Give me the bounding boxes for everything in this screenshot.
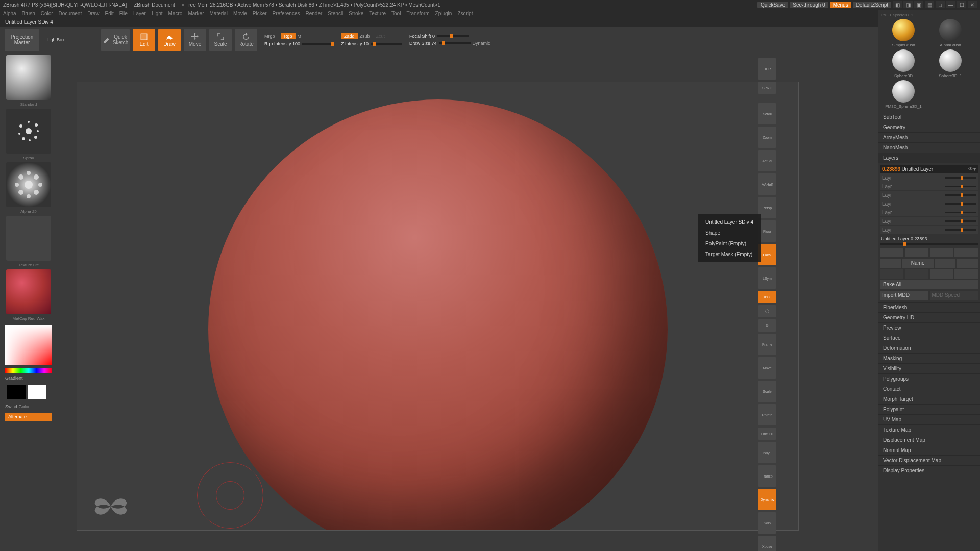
- rgb-button[interactable]: Rgb: [281, 33, 296, 39]
- acc-displacementmap[interactable]: Displacement Map: [878, 435, 980, 445]
- polyf-button[interactable]: PolyF: [758, 442, 776, 463]
- menu-item[interactable]: Brush: [22, 11, 35, 16]
- acc-normalmap[interactable]: Normal Map: [878, 445, 980, 455]
- rgb-intensity-slider[interactable]: [302, 43, 334, 45]
- acc-deformation[interactable]: Deformation: [878, 343, 980, 353]
- maximize-icon[interactable]: ☐: [957, 1, 966, 8]
- hue-slider[interactable]: [5, 368, 52, 373]
- layer-intensity-slider[interactable]: [945, 186, 976, 187]
- layer-row[interactable]: Layr: [880, 199, 978, 208]
- menu-item[interactable]: Alpha: [3, 11, 16, 16]
- aahalf-button[interactable]: AAHalf: [758, 173, 776, 195]
- floor-button[interactable]: Floor: [758, 220, 776, 242]
- layer-intensity-slider[interactable]: [945, 194, 976, 196]
- minimize-icon[interactable]: —: [946, 1, 955, 8]
- acc-surface[interactable]: Surface: [878, 333, 980, 343]
- scale-button[interactable]: Scale: [209, 29, 232, 51]
- actual-button[interactable]: Actual: [758, 150, 776, 171]
- persp-button[interactable]: Persp: [758, 197, 776, 218]
- layer-btn[interactable]: [930, 269, 953, 279]
- draw-size-slider[interactable]: [439, 42, 471, 44]
- lsym-button[interactable]: LSym: [758, 267, 776, 289]
- defaultscript-button[interactable]: DefaultZScript: [853, 2, 891, 8]
- acc-contact[interactable]: Contact: [878, 384, 980, 394]
- tool-sphere3d-1[interactable]: Sphere3D_1: [928, 49, 973, 78]
- menu-item[interactable]: Color: [41, 11, 53, 16]
- layer-del-button[interactable]: [957, 259, 978, 268]
- rotate-button[interactable]: Rotate: [235, 29, 257, 51]
- acc-texturemap[interactable]: Texture Map: [878, 424, 980, 435]
- xpose-button[interactable]: Xpose: [758, 536, 776, 551]
- zsub-label[interactable]: Zsub: [360, 34, 374, 39]
- acc-nanomesh[interactable]: NanoMesh: [878, 142, 980, 153]
- tool-preview[interactable]: PM3D_Sphere3D_1: [881, 13, 972, 17]
- projection-master-button[interactable]: Projection Master: [5, 29, 39, 51]
- seethrough-slider[interactable]: See-through 0: [790, 2, 828, 8]
- acc-visibility[interactable]: Visibility: [878, 363, 980, 373]
- layer-intensity-slider[interactable]: [945, 220, 976, 222]
- menu-item[interactable]: Zscript: [457, 11, 473, 16]
- focal-shift-slider[interactable]: [437, 35, 469, 37]
- acc-arraymesh[interactable]: ArrayMesh: [878, 132, 980, 142]
- layer-row[interactable]: Layr: [880, 217, 978, 225]
- window-icon[interactable]: ◨: [903, 1, 913, 8]
- menu-item[interactable]: Macro: [168, 11, 183, 16]
- quicksketch-button[interactable]: QuickSketch: [101, 29, 130, 51]
- menu-item[interactable]: Stroke: [349, 11, 363, 16]
- acc-layers[interactable]: Layers: [878, 153, 980, 163]
- import-mdd-button[interactable]: Import MDD: [880, 291, 928, 300]
- tool-alphabrush[interactable]: AlphaBrush: [928, 19, 973, 47]
- dynamic-label[interactable]: Dynamic: [473, 41, 491, 46]
- acc-uvmap[interactable]: UV Map: [878, 414, 980, 424]
- acc-masking[interactable]: Masking: [878, 353, 980, 363]
- menu-item[interactable]: Movie: [233, 11, 247, 16]
- close-icon[interactable]: ✕: [968, 1, 977, 8]
- menu-item[interactable]: Document: [59, 11, 82, 16]
- acc-geometry[interactable]: Geometry: [878, 122, 980, 132]
- scroll-button[interactable]: Scroll: [758, 103, 776, 124]
- window-icon[interactable]: ▤: [925, 1, 934, 8]
- scale-nav-button[interactable]: Scale: [758, 381, 776, 402]
- lightbox-button[interactable]: LightBox: [42, 29, 69, 51]
- circle-button[interactable]: ◯: [758, 305, 776, 317]
- mdd-speed-slider[interactable]: MDD Speed: [930, 291, 978, 300]
- acc-geometryhd[interactable]: Geometry HD: [878, 312, 980, 322]
- layer-dup-button[interactable]: [935, 259, 956, 268]
- color-picker[interactable]: [5, 325, 52, 365]
- layer-nav-prev[interactable]: [905, 248, 928, 257]
- dynamic-nav-button[interactable]: Dynamic: [758, 489, 776, 510]
- brush-thumb[interactable]: [6, 55, 51, 100]
- layer-row[interactable]: Layr: [880, 173, 978, 182]
- layer-btn[interactable]: [905, 269, 928, 279]
- rotate-nav-button[interactable]: Rotate: [758, 404, 776, 425]
- acc-polypaint[interactable]: Polypaint: [878, 404, 980, 414]
- layer-nav-first[interactable]: [880, 248, 903, 257]
- acc-preview[interactable]: Preview: [878, 322, 980, 333]
- layer-intensity-slider[interactable]: [945, 203, 976, 205]
- local-button[interactable]: Local: [758, 244, 776, 265]
- spix-button[interactable]: SPix 3: [758, 82, 776, 94]
- menu-item[interactable]: Tool: [391, 11, 401, 16]
- menu-item[interactable]: Picker: [253, 11, 267, 16]
- menu-item[interactable]: Light: [152, 11, 163, 16]
- acc-polygroups[interactable]: Polygroups: [878, 373, 980, 384]
- swatch-white[interactable]: [28, 385, 46, 399]
- frame-button[interactable]: Frame: [758, 334, 776, 355]
- menu-item[interactable]: Material: [210, 11, 228, 16]
- alpha-thumb[interactable]: [6, 162, 51, 207]
- viewport[interactable]: [77, 82, 799, 531]
- menus-button[interactable]: Menus: [830, 2, 851, 8]
- target-button[interactable]: ⊕: [758, 319, 776, 332]
- mrgb-label[interactable]: Mrgb: [264, 34, 279, 39]
- layer-row-active[interactable]: 0.23893 Untitled Layer 👁 ▾: [880, 165, 978, 173]
- alternate-button[interactable]: Alternate: [5, 413, 52, 421]
- window-icon[interactable]: ◧: [893, 1, 902, 8]
- layer-rec-button[interactable]: [880, 259, 901, 268]
- layer-row[interactable]: Layr: [880, 191, 978, 199]
- layer-nav-last[interactable]: [954, 248, 978, 257]
- menu-item[interactable]: Texture: [369, 11, 386, 16]
- linefill-button[interactable]: Line Fill: [758, 428, 776, 440]
- menu-item[interactable]: Edit: [105, 11, 114, 16]
- acc-subtool[interactable]: SubTool: [878, 112, 980, 122]
- edit-button[interactable]: Edit: [133, 29, 155, 51]
